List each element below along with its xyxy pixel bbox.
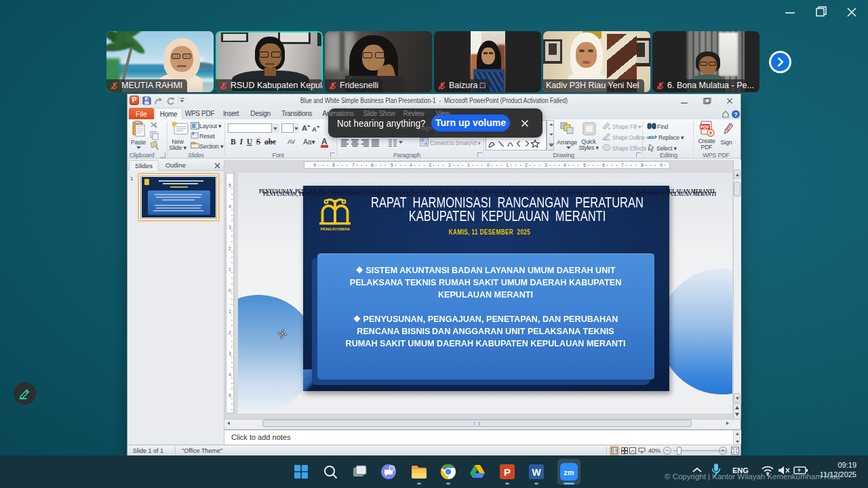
svg-text:ab: ab	[648, 134, 654, 140]
svg-text:W: W	[532, 467, 541, 478]
svg-text:PDF: PDF	[701, 125, 709, 129]
svg-text:?: ?	[734, 111, 738, 118]
svg-text:P: P	[504, 466, 511, 478]
svg-text:PENGAYOMAN: PENGAYOMAN	[320, 227, 349, 231]
svg-text:zm: zm	[564, 468, 574, 476]
